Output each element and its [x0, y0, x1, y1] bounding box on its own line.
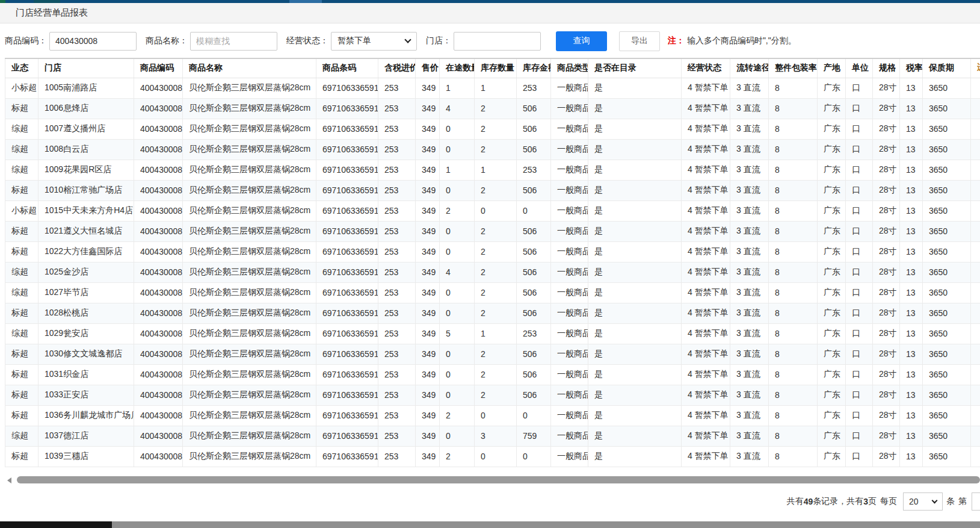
table-cell: 349	[416, 364, 440, 385]
table-cell: 4 暂禁下单	[682, 282, 730, 303]
outer-horizontal-scrollbar[interactable]	[0, 521, 980, 528]
table-row[interactable]: 综超1008白云店400430008贝伦斯企鹅三层钢双层蒸锅28cm697106…	[5, 139, 980, 160]
table-cell: 4 暂禁下单	[682, 405, 730, 426]
table-cell: 1028松桃店	[39, 303, 134, 323]
status-select[interactable]: 暂禁下单	[331, 32, 417, 51]
table-row[interactable]: 标超1022大方佳鑫国际店400430008贝伦斯企鹅三层钢双层蒸锅28cm69…	[5, 241, 980, 262]
export-button[interactable]: 导出	[619, 31, 660, 51]
scroll-left-arrow-icon[interactable]	[7, 477, 11, 483]
table-cell: 506	[517, 262, 551, 282]
table-cell: 4 暂禁下单	[682, 364, 730, 385]
column-header: 业态	[5, 58, 39, 78]
total-pages: 3	[863, 497, 868, 506]
table-row[interactable]: 标超1028松桃店400430008贝伦斯企鹅三层钢双层蒸锅28cm697106…	[5, 303, 980, 323]
page-size-select[interactable]: 20	[903, 492, 943, 511]
table-cell: 13	[900, 139, 923, 160]
table-cell: 是	[588, 119, 682, 139]
table-cell: 是	[588, 139, 682, 160]
table-cell: 400430008	[134, 446, 183, 467]
table-cell: 253	[378, 78, 416, 98]
table-cell: 综超	[5, 139, 39, 160]
table-cell: 口	[846, 405, 873, 426]
table-cell: 3 直流	[730, 262, 769, 282]
table-row[interactable]: 小标超1015中天未来方舟H4店400430008贝伦斯企鹅三层钢双层蒸锅28c…	[5, 200, 980, 221]
search-button[interactable]: 查询	[556, 31, 607, 51]
table-row[interactable]: 标超1021遵义大恒名城店400430008贝伦斯企鹅三层钢双层蒸锅28cm69…	[5, 221, 980, 241]
table-cell: 13	[900, 119, 923, 139]
table-cell: 8	[769, 200, 818, 221]
table-cell: 广东	[818, 221, 846, 241]
table-cell: 广东	[818, 262, 846, 282]
table-cell: 6971063365914	[316, 78, 378, 98]
table-cell: 506	[517, 303, 551, 323]
table-cell: 小标超	[5, 200, 39, 221]
table-cell: 6971063365914	[316, 446, 378, 467]
table-cell: 3650	[923, 364, 971, 385]
table-cell: 1027毕节店	[39, 282, 134, 303]
store-input[interactable]	[454, 32, 541, 51]
report-table-container: 业态门店商品编码商品名称商品条码含税进价售价在途数量库存数量库存金额商品类型是否…	[0, 58, 980, 474]
table-cell: 标超	[5, 344, 39, 364]
table-cell: 2	[475, 119, 517, 139]
table-row[interactable]: 综超1027毕节店400430008贝伦斯企鹅三层钢双层蒸锅28cm697106…	[5, 282, 980, 303]
unit-label: 条	[946, 496, 955, 507]
table-cell: 4 暂禁下单	[682, 221, 730, 241]
table-cell: 是	[588, 323, 682, 344]
outer-scrollbar-thumb[interactable]	[0, 521, 112, 528]
table-cell-partial	[971, 262, 980, 282]
table-row[interactable]: 标超1036务川麒龙城市广场店400430008贝伦斯企鹅三层钢双层蒸锅28cm…	[5, 405, 980, 426]
table-cell: 一般商品	[551, 282, 588, 303]
table-cell: 综超	[5, 426, 39, 446]
page-number-input[interactable]	[972, 492, 980, 511]
table-cell: 3650	[923, 139, 971, 160]
table-cell: 口	[846, 241, 873, 262]
chevron-down-icon	[404, 36, 411, 43]
table-row[interactable]: 标超1033正安店400430008贝伦斯企鹅三层钢双层蒸锅28cm697106…	[5, 385, 980, 405]
table-cell: 一般商品	[551, 446, 588, 467]
table-cell: 8	[769, 119, 818, 139]
table-cell: 2	[475, 221, 517, 241]
table-cell: 是	[588, 364, 682, 385]
table-scrollbar-thumb[interactable]	[17, 476, 980, 483]
product-name-input[interactable]	[190, 32, 277, 51]
column-header: 商品类型	[551, 58, 588, 78]
table-cell-partial	[971, 446, 980, 467]
table-cell: 4 暂禁下单	[682, 446, 730, 467]
table-row[interactable]: 标超1031织金店400430008贝伦斯企鹅三层钢双层蒸锅28cm697106…	[5, 364, 980, 385]
table-row[interactable]: 综超1029瓮安店400430008贝伦斯企鹅三层钢双层蒸锅28cm697106…	[5, 323, 980, 344]
table-cell: 0	[440, 180, 475, 200]
table-row[interactable]: 综超1009花果园R区店400430008贝伦斯企鹅三层钢双层蒸锅28cm697…	[5, 160, 980, 180]
table-cell-partial	[971, 426, 980, 446]
table-cell: 400430008	[134, 241, 183, 262]
table-row[interactable]: 综超1007遵义播州店400430008贝伦斯企鹅三层钢双层蒸锅28cm6971…	[5, 119, 980, 139]
table-cell: 贝伦斯企鹅三层钢双层蒸锅28cm	[183, 200, 316, 221]
table-cell: 是	[588, 303, 682, 323]
table-cell-partial	[971, 200, 980, 221]
table-cell: 一般商品	[551, 160, 588, 180]
table-cell: 28寸	[873, 344, 900, 364]
table-cell: 广东	[818, 344, 846, 364]
column-header: 商品名称	[183, 58, 316, 78]
table-cell: 4 暂禁下单	[682, 241, 730, 262]
table-cell: 贝伦斯企鹅三层钢双层蒸锅28cm	[183, 78, 316, 98]
table-cell: 0	[475, 200, 517, 221]
table-row[interactable]: 标超1030修文文城逸都店400430008贝伦斯企鹅三层钢双层蒸锅28cm69…	[5, 344, 980, 364]
table-cell: 8	[769, 139, 818, 160]
table-horizontal-scrollbar[interactable]	[0, 474, 980, 486]
table-cell: 28寸	[873, 180, 900, 200]
table-row[interactable]: 综超1025金沙店400430008贝伦斯企鹅三层钢双层蒸锅28cm697106…	[5, 262, 980, 282]
table-cell: 3 直流	[730, 323, 769, 344]
table-row[interactable]: 综超1037德江店400430008贝伦斯企鹅三层钢双层蒸锅28cm697106…	[5, 426, 980, 446]
table-cell: 贝伦斯企鹅三层钢双层蒸锅28cm	[183, 426, 316, 446]
product-code-input[interactable]	[49, 32, 137, 51]
table-cell: 506	[517, 364, 551, 385]
table-row[interactable]: 标超1010榕江常驰广场店400430008贝伦斯企鹅三层钢双层蒸锅28cm69…	[5, 180, 980, 200]
table-cell: 3650	[923, 262, 971, 282]
table-cell: 标超	[5, 405, 39, 426]
table-cell: 506	[517, 221, 551, 241]
table-row[interactable]: 小标超1005南浦路店400430008贝伦斯企鹅三层钢双层蒸锅28cm6971…	[5, 78, 980, 98]
table-row[interactable]: 标超1006息烽店400430008贝伦斯企鹅三层钢双层蒸锅28cm697106…	[5, 98, 980, 119]
table-cell: 13	[900, 160, 923, 180]
table-row[interactable]: 标超1039三穗店400430008贝伦斯企鹅三层钢双层蒸锅28cm697106…	[5, 446, 980, 467]
table-cell: 贝伦斯企鹅三层钢双层蒸锅28cm	[183, 262, 316, 282]
